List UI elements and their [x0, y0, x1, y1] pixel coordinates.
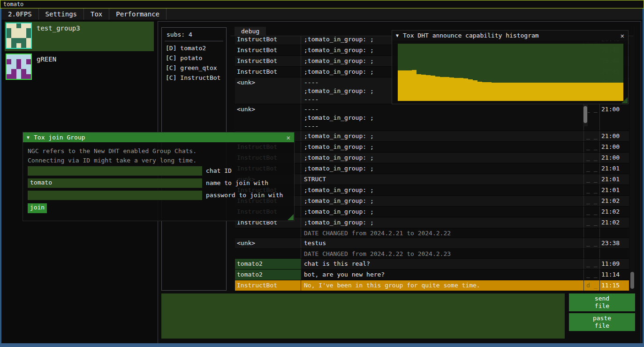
resize-grip-icon[interactable] — [288, 214, 294, 220]
collapse-arrow-icon[interactable]: ▼ — [27, 135, 30, 140]
message-flags: _ _ — [583, 207, 599, 217]
histogram-bar — [496, 83, 501, 101]
message-text: ---- ;tomato_in_group: ; ---- — [301, 104, 583, 131]
avatar-pixel — [11, 33, 16, 38]
message-text: ;tomato_in_group: ; — [301, 142, 583, 152]
group-row-gREEN[interactable]: gREEN — [5, 53, 154, 82]
histogram-window-titlebar[interactable]: ▼ Tox DHT announce capability histogram … — [392, 31, 628, 40]
avatar-pixel — [16, 43, 21, 48]
histogram-bar — [510, 83, 515, 101]
message-author: <unk> — [235, 104, 301, 131]
histogram-bar — [487, 82, 492, 101]
menu-item-performance[interactable]: Performance — [109, 8, 167, 20]
message-time: 21:00 — [599, 104, 622, 131]
message-flags — [583, 249, 599, 258]
subs-item[interactable]: [C] green_qtox — [162, 63, 226, 73]
message-flags: _ _ — [583, 142, 599, 152]
message-time: 11:14 — [599, 270, 622, 280]
close-icon[interactable]: ✕ — [287, 134, 290, 141]
window-frame-left — [0, 8, 1, 347]
avatar-pixel — [26, 38, 31, 43]
chat-row[interactable]: tomato2bot, are you new here?_ _11:14 — [235, 270, 629, 280]
os-titlebar[interactable]: tomato — [0, 0, 644, 8]
histogram-bar — [534, 83, 538, 101]
message-author: tomato2 — [235, 259, 301, 269]
avatar-pixel — [7, 38, 11, 43]
message-time: 21:02 — [599, 196, 622, 206]
group-avatar-icon — [6, 54, 32, 80]
join-window-titlebar[interactable]: ▼ Tox join Group ✕ — [23, 132, 294, 142]
tab-debug[interactable]: debug — [235, 27, 266, 36]
avatar-pixel — [11, 59, 16, 64]
message-scrollbar-thumb[interactable] — [583, 106, 587, 123]
message-flags: _ _ — [583, 174, 599, 185]
message-author: InstructBot — [235, 280, 301, 291]
message-text: ;tomato_in_group: ; — [301, 196, 583, 206]
avatar-pixel — [7, 23, 11, 28]
subs-item[interactable]: [D] tomato2 — [162, 43, 226, 53]
close-icon[interactable]: ✕ — [621, 32, 624, 39]
avatar-pixel — [16, 64, 21, 69]
avatar-pixel — [26, 28, 31, 33]
join-button[interactable]: join — [28, 203, 47, 213]
message-author: <unk> — [235, 77, 301, 104]
chat-row[interactable]: tomato2chat is this real?_ _11:09 — [235, 259, 629, 270]
avatar-pixel — [26, 33, 31, 38]
message-flags: _ _ — [583, 238, 599, 248]
histogram-bar — [600, 83, 605, 101]
avatar-pixel — [21, 54, 26, 59]
message-flags: _ _ — [583, 131, 599, 141]
chat-row[interactable]: InstructBotNo, I've been in this group f… — [235, 280, 629, 291]
date-row[interactable]: DATE CHANGED from 2024.2.22 to 2024.2.23 — [235, 249, 629, 259]
group-label: test_group3 — [32, 23, 80, 50]
subs-item[interactable]: [C] InstructBot — [162, 73, 226, 83]
histogram-bar — [562, 83, 567, 101]
subs-item[interactable]: [C] potato — [162, 53, 226, 63]
histogram-bar — [459, 78, 463, 101]
message-time: 21:01 — [599, 174, 622, 185]
message-time — [599, 228, 622, 238]
join-name-input[interactable]: tomato — [28, 178, 202, 188]
message-text: testus — [301, 238, 583, 248]
message-time: 11:15 — [599, 280, 622, 291]
message-text: No, I've been in this group for quite so… — [301, 280, 583, 291]
message-scrollbar-track — [583, 105, 588, 126]
message-text: STRUCT — [301, 174, 583, 185]
message-author: InstructBot — [235, 56, 301, 66]
chat-row[interactable]: <unk>---- ;tomato_in_group: ; ----_ _21:… — [235, 104, 629, 131]
join-password-input[interactable] — [28, 191, 202, 200]
histogram-bar — [581, 83, 586, 101]
send-file-button[interactable]: send file — [569, 293, 635, 311]
menu-item-settings[interactable]: Settings — [39, 8, 84, 20]
chat-id-input[interactable] — [28, 166, 202, 176]
date-row[interactable]: DATE CHANGED from 2024.2.21 to 2024.2.22 — [235, 228, 629, 238]
avatar-pixel — [16, 23, 21, 28]
menu-item-tox[interactable]: Tox — [84, 8, 109, 20]
avatar-pixel — [26, 54, 31, 59]
group-row-test_group3[interactable]: test_group3 — [5, 22, 154, 51]
message-text: DATE CHANGED from 2024.2.22 to 2024.2.23 — [301, 249, 583, 258]
histogram-window-title: Tox DHT announce capability histogram — [403, 32, 539, 39]
message-time — [599, 249, 622, 258]
histogram-bar — [515, 83, 520, 101]
avatar-pixel — [26, 59, 31, 64]
chat-scrollbar-thumb[interactable] — [630, 272, 634, 289]
window-title: tomato — [3, 1, 23, 8]
avatar-pixel — [7, 74, 11, 79]
avatar-pixel — [11, 23, 16, 28]
message-author: InstructBot — [235, 45, 301, 55]
message-time: 21:00 — [599, 131, 622, 141]
message-flags: _ _ — [583, 153, 599, 163]
message-input[interactable] — [161, 293, 565, 339]
paste-file-button[interactable]: paste file — [569, 313, 635, 331]
message-text: DATE CHANGED from 2024.2.21 to 2024.2.22 — [301, 228, 583, 238]
message-time: 21:02 — [599, 207, 622, 217]
avatar-pixel — [11, 28, 16, 33]
collapse-arrow-icon[interactable]: ▼ — [396, 33, 399, 38]
avatar-pixel — [16, 54, 21, 59]
histogram-bar — [477, 82, 482, 101]
message-time: 21:02 — [599, 217, 622, 228]
histogram-bar — [435, 77, 440, 101]
resize-grip-icon[interactable] — [621, 97, 628, 103]
chat-row[interactable]: <unk>testus_ _23:38 — [235, 238, 629, 249]
